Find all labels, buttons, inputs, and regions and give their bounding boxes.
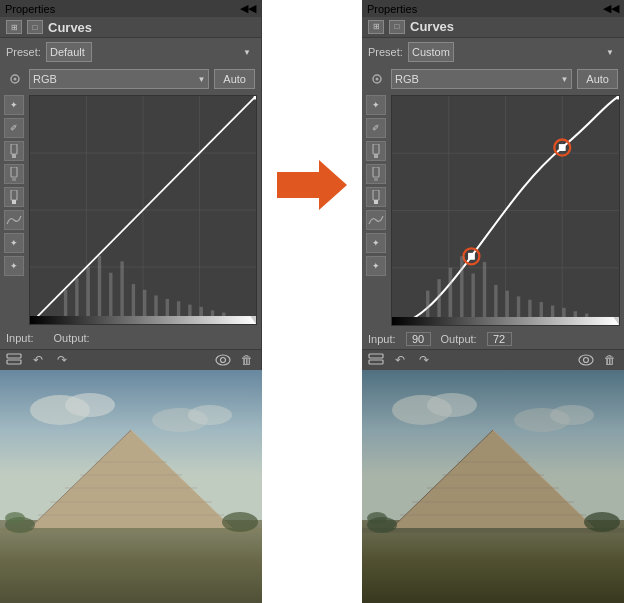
left-toolbar-undo-icon[interactable]: ↶ — [28, 350, 48, 370]
svg-rect-77 — [369, 360, 383, 364]
svg-rect-2 — [11, 144, 17, 154]
svg-point-97 — [5, 512, 25, 524]
svg-point-101 — [427, 393, 477, 417]
right-channel-row: RGB Red Green Blue ▼ Auto — [362, 66, 624, 92]
svg-rect-34 — [7, 354, 21, 358]
left-tools: ✦ ✐ — [4, 95, 26, 325]
left-toolbar-redo-icon[interactable]: ↷ — [52, 350, 72, 370]
left-tool-curve-wave[interactable] — [4, 210, 24, 230]
left-tool-reset[interactable]: ✦ — [4, 256, 24, 276]
svg-rect-7 — [12, 200, 16, 204]
svg-point-40 — [376, 77, 379, 80]
right-arrow-icon — [277, 160, 347, 210]
right-panel-collapse-icon[interactable]: ◀◀ — [603, 2, 619, 15]
left-tool-pointer[interactable]: ✦ — [4, 95, 24, 115]
right-panel-mask-icon[interactable]: □ — [389, 20, 405, 34]
left-curve-canvas[interactable] — [29, 95, 257, 325]
left-preset-arrow-icon: ▼ — [243, 48, 251, 57]
svg-point-96 — [222, 512, 258, 532]
svg-rect-35 — [7, 360, 21, 364]
left-io-row: Input: Output: — [0, 328, 261, 349]
right-toolbar-layers-icon[interactable] — [366, 350, 386, 370]
left-preset-label: Preset: — [6, 46, 41, 58]
right-tool-pointer[interactable]: ✦ — [366, 95, 386, 115]
left-panel: Properties ◀◀ ⊞ □ Curves Preset: Default… — [0, 0, 262, 370]
svg-rect-64 — [483, 262, 486, 325]
right-tool-eyedropper-black[interactable] — [366, 141, 386, 161]
left-preset-wrapper: Default Custom ▼ — [46, 42, 255, 62]
right-panel-header: Properties ◀◀ — [362, 0, 624, 17]
left-tool-eyedropper-gray[interactable] — [4, 164, 24, 184]
right-toolbar-undo-icon[interactable]: ↶ — [390, 350, 410, 370]
svg-rect-45 — [373, 190, 379, 200]
svg-point-85 — [188, 405, 232, 425]
left-tool-eyedropper-white[interactable] — [4, 187, 24, 207]
left-preset-select[interactable]: Default Custom — [46, 42, 92, 62]
right-tool-hand[interactable]: ✦ — [366, 233, 386, 253]
left-toolbar-trash-icon[interactable]: 🗑 — [237, 350, 257, 370]
right-io-row: Input: 90 Output: 72 — [362, 329, 624, 349]
right-tool-eyedropper-gray[interactable] — [366, 164, 386, 184]
left-channel-select[interactable]: RGB Red Green Blue — [29, 69, 209, 89]
right-toolbar-eye-icon[interactable] — [576, 350, 596, 370]
right-image — [362, 370, 624, 603]
svg-point-83 — [65, 393, 115, 417]
right-auto-button[interactable]: Auto — [577, 69, 618, 89]
right-curve-canvas[interactable] — [391, 95, 620, 326]
left-tool-hand[interactable]: ✦ — [4, 233, 24, 253]
right-channel-select[interactable]: RGB Red Green Blue — [391, 69, 572, 89]
right-title-bar: ⊞ □ Curves — [362, 17, 624, 38]
right-output-label: Output: — [441, 333, 477, 345]
left-tool-eyedropper-black[interactable] — [4, 141, 24, 161]
svg-rect-58 — [617, 96, 619, 99]
left-output-label: Output: — [54, 332, 90, 344]
left-channel-eye-icon — [6, 70, 24, 88]
right-toolbar: ↶ ↷ 🗑 — [362, 349, 624, 370]
left-panel-mask-icon[interactable]: □ — [27, 20, 43, 34]
left-panel-header: Properties ◀◀ — [0, 0, 261, 17]
right-channel-eye-icon — [368, 70, 386, 88]
left-auto-button[interactable]: Auto — [214, 69, 255, 89]
left-panel-adj-icon[interactable]: ⊞ — [6, 20, 22, 34]
svg-point-1 — [14, 78, 17, 81]
right-tool-pen[interactable]: ✐ — [366, 118, 386, 138]
right-tool-eyedropper-white[interactable] — [366, 187, 386, 207]
svg-rect-62 — [460, 256, 463, 325]
right-preset-select[interactable]: Default Custom — [408, 42, 454, 62]
svg-rect-3 — [12, 154, 16, 158]
svg-rect-74 — [392, 317, 619, 325]
svg-rect-22 — [120, 261, 123, 324]
svg-rect-6 — [11, 190, 17, 200]
left-title-bar: ⊞ □ Curves — [0, 17, 261, 38]
right-toolbar-trash-icon[interactable]: 🗑 — [600, 350, 620, 370]
svg-marker-38 — [277, 160, 347, 210]
right-input-label: Input: — [368, 333, 396, 345]
right-panel: Properties ◀◀ ⊞ □ Curves Preset: Default… — [362, 0, 624, 370]
left-toolbar-layers-icon[interactable] — [4, 350, 24, 370]
right-preset-row: Preset: Default Custom ▼ — [362, 38, 624, 66]
left-panel-collapse-icon[interactable]: ◀◀ — [240, 2, 256, 15]
svg-rect-5 — [12, 177, 16, 181]
right-output-value: 72 — [487, 332, 512, 346]
right-tool-reset[interactable]: ✦ — [366, 256, 386, 276]
right-panel-title: Curves — [410, 19, 454, 34]
right-preset-label: Preset: — [368, 46, 403, 58]
left-curves-area: ✦ ✐ — [0, 92, 261, 328]
right-toolbar-redo-icon[interactable]: ↷ — [414, 350, 434, 370]
right-panel-header-title: Properties — [367, 3, 417, 15]
right-tool-curve-wave[interactable] — [366, 210, 386, 230]
right-channel-select-wrapper: RGB Red Green Blue ▼ — [391, 69, 572, 89]
svg-point-115 — [367, 512, 387, 524]
svg-point-103 — [550, 405, 594, 425]
svg-rect-61 — [449, 267, 452, 324]
left-pyramid-scene — [0, 370, 262, 603]
svg-point-78 — [579, 355, 593, 365]
right-panel-adj-icon[interactable]: ⊞ — [368, 20, 384, 34]
svg-rect-42 — [374, 154, 378, 158]
svg-rect-43 — [373, 167, 379, 177]
svg-rect-46 — [374, 200, 378, 204]
svg-rect-41 — [373, 144, 379, 154]
left-tool-pen[interactable]: ✐ — [4, 118, 24, 138]
left-toolbar-eye-icon[interactable] — [213, 350, 233, 370]
left-panel-title: Curves — [48, 20, 92, 35]
